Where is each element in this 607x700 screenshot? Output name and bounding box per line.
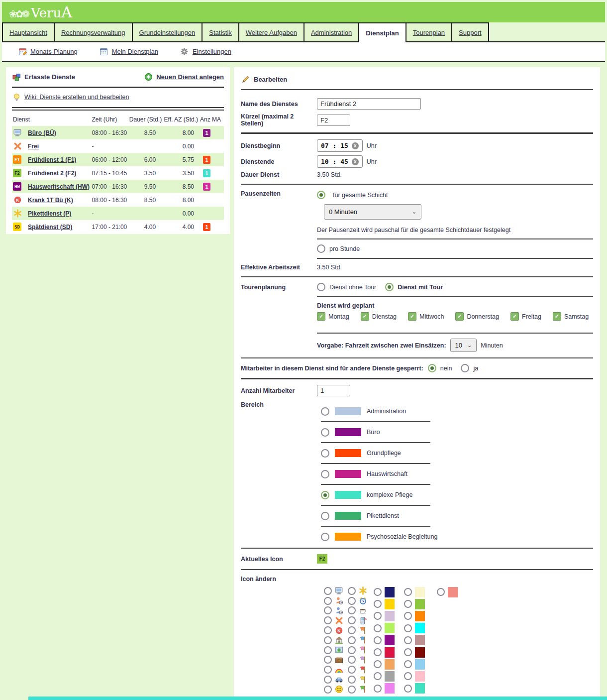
checkbox-freitag[interactable]: ✓ [510, 312, 519, 321]
icon-radio-person-orange[interactable] [324, 597, 332, 605]
icon-radio-smiley[interactable] [324, 686, 332, 694]
kuerzel-input[interactable] [317, 115, 350, 126]
tab-tourenplan[interactable]: Tourenplan [405, 22, 452, 41]
color-radio[interactable] [437, 588, 445, 596]
bereich-radio-psychosoziale-begleitung[interactable] [321, 533, 329, 541]
checkbox-donnerstag[interactable]: ✓ [455, 312, 464, 321]
begin-time-input[interactable]: 07 : 15 x [317, 139, 363, 152]
bereich-option-pikettdienst[interactable]: Pikettdienst [321, 510, 593, 521]
icon-radio-flag-pink[interactable] [348, 646, 356, 654]
tab-rechnungsverwaltung[interactable]: Rechnungsverwaltung [54, 22, 133, 41]
tour-ohne-radio[interactable] [317, 283, 325, 291]
color-radio[interactable] [404, 685, 412, 693]
color-radio[interactable] [374, 600, 382, 608]
icon-radio-rainbow[interactable] [324, 666, 332, 674]
checkbox-mittwoch[interactable]: ✓ [408, 312, 416, 321]
service-link[interactable]: Spätdienst (SD) [28, 224, 72, 231]
icon-radio-flag-green[interactable] [348, 686, 356, 694]
gesperrt-nein-radio[interactable] [428, 364, 436, 372]
checkbox-samstag[interactable]: ✓ [553, 312, 561, 321]
color-radio[interactable] [374, 636, 382, 644]
service-link[interactable]: Pikettdienst (P) [28, 210, 71, 217]
icon-radio-coffee[interactable] [348, 606, 356, 614]
subnav-item-einstellungen[interactable]: Einstellungen [180, 47, 231, 56]
bereich-radio-komplexe-pflege[interactable] [321, 491, 329, 499]
icon-radio-chest[interactable] [324, 656, 332, 664]
clear-end-icon[interactable]: x [352, 158, 359, 165]
gesperrt-ja-radio[interactable] [461, 364, 469, 372]
bereich-radio-b-ro[interactable] [321, 428, 329, 437]
icon-radio-person-blue[interactable] [324, 606, 332, 614]
bereich-option-psychosoziale-begleitung[interactable]: Psychosoziale Begleitung [321, 531, 593, 542]
color-radio[interactable] [374, 612, 382, 620]
tab-dienstplan[interactable]: Dienstplan [358, 22, 406, 42]
bereich-option-b-ro[interactable]: Büro [321, 427, 593, 438]
bereich-option-administration[interactable]: Administration [321, 406, 593, 417]
icon-radio-flag-yellow[interactable] [348, 676, 356, 684]
service-link[interactable]: Hausweritschaft (HW) [28, 183, 90, 190]
fahrzeit-select[interactable]: 10 ⌄ [450, 339, 477, 352]
service-link[interactable]: Krank 1T Bü (K) [28, 197, 73, 204]
service-link[interactable]: Frühdienst 2 (F2) [28, 170, 76, 177]
service-eff-cell: 4.00 [163, 220, 199, 233]
subnav-item-mein-dienstplan[interactable]: Mein Dienstplan [100, 47, 158, 56]
bereich-radio-grundpflege[interactable] [321, 449, 329, 458]
service-link[interactable]: Büro (BÜ) [28, 129, 56, 136]
icon-radio-picture[interactable] [324, 646, 332, 654]
color-radio[interactable] [374, 672, 382, 680]
tab-grundeinstellungen[interactable]: Grundeinstellungen [132, 22, 203, 41]
icon-radio-k-circle[interactable] [324, 626, 332, 634]
tab-weitere-aufgaben[interactable]: Weitere Aufgaben [238, 22, 304, 41]
color-radio[interactable] [374, 624, 382, 632]
anzahl-input[interactable] [317, 385, 350, 396]
wiki-link[interactable]: Wiki: Dienste erstellen und bearbeiten [24, 94, 129, 101]
pausen-schicht-radio[interactable] [317, 191, 325, 199]
color-radio[interactable] [404, 660, 412, 668]
color-radio[interactable] [404, 600, 412, 608]
bereich-radio-administration[interactable] [321, 407, 329, 416]
color-radio[interactable] [374, 588, 382, 596]
color-radio[interactable] [374, 648, 382, 656]
tab-support[interactable]: Support [451, 22, 489, 41]
color-radio[interactable] [404, 648, 412, 656]
clear-begin-icon[interactable]: x [352, 142, 359, 149]
bereich-option-grundpflege[interactable]: Grundpflege [321, 448, 593, 459]
icon-radio-house[interactable] [324, 636, 332, 644]
color-radio[interactable] [374, 685, 382, 693]
icon-radio-flag-orange[interactable] [348, 626, 356, 634]
tour-mit-radio[interactable] [385, 283, 394, 291]
service-link[interactable]: Frei [28, 143, 39, 150]
icon-radio-phone[interactable] [348, 616, 356, 624]
name-input[interactable] [317, 98, 421, 110]
color-radio[interactable] [404, 624, 412, 632]
new-service-link[interactable]: Neuen Dienst anlegen [156, 73, 224, 81]
end-time-input[interactable]: 10 : 45 x [317, 155, 363, 168]
color-radio[interactable] [404, 636, 412, 644]
service-link[interactable]: Frühdienst 1 (F1) [28, 156, 76, 163]
bereich-option-komplexe-pflege[interactable]: komplexe Pflege [321, 489, 593, 500]
icon-radio-flag-blue[interactable] [348, 636, 356, 644]
icon-radio-alarm-clock[interactable] [348, 597, 356, 605]
icon-radio-computer[interactable] [324, 587, 332, 595]
tab-administration[interactable]: Administration [304, 22, 359, 41]
color-radio[interactable] [374, 660, 382, 668]
bereich-option-hauswirtschaft[interactable]: Hauswirtschaft [321, 468, 593, 479]
checkbox-montag[interactable]: ✓ [317, 312, 325, 321]
tab-statistik[interactable]: Statistik [202, 22, 239, 41]
pausen-minuten-select[interactable]: 0 Minuten ⌄ [324, 204, 421, 220]
icon-radio-x-mark[interactable] [324, 616, 332, 624]
color-radio[interactable] [404, 588, 412, 596]
icon-radio-flag-violet[interactable] [348, 656, 356, 664]
bereich-radio-hauswirtschaft[interactable] [321, 470, 329, 478]
geplant-label: Dienst wird geplant [317, 302, 593, 309]
color-radio[interactable] [404, 612, 412, 620]
checkbox-dienstag[interactable]: ✓ [361, 312, 369, 321]
pausen-stunde-radio[interactable] [317, 244, 325, 253]
color-radio[interactable] [404, 672, 412, 680]
icon-radio-flag-red[interactable] [348, 666, 356, 674]
subnav-item-monats-planung[interactable]: Monats-Planung [18, 47, 78, 56]
tab-hauptansicht[interactable]: Hauptansicht [2, 22, 55, 41]
icon-radio-asterisk[interactable] [348, 587, 356, 595]
bereich-radio-pikettdienst[interactable] [321, 512, 329, 520]
icon-radio-car[interactable] [324, 676, 332, 684]
